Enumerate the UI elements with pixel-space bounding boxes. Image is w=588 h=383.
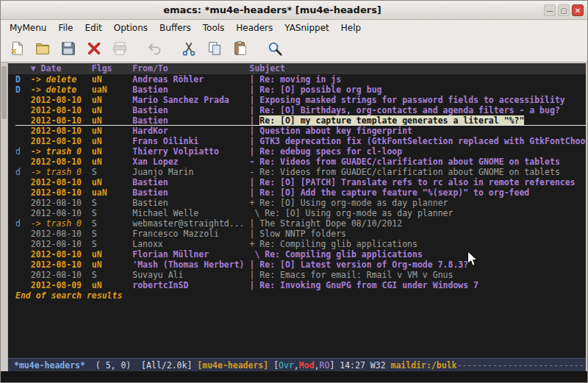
save-buffer-icon[interactable] — [57, 38, 79, 60]
modeline-segment: ( 5, 0) — [85, 360, 141, 371]
search-icon[interactable] — [263, 38, 286, 60]
mark-char: d — [15, 146, 31, 157]
flags-cell: uN — [92, 249, 132, 259]
subject-text: Re: [O] Using org-mode as day planner — [259, 198, 448, 208]
maximize-button[interactable]: ▢ — [558, 4, 570, 16]
window-controls: —▢✕ — [544, 4, 584, 16]
subject-cell: | Re: [O] my capture template generates … — [249, 115, 586, 125]
message-row[interactable]: 2012-08-10uNHardKor| Question about key … — [15, 126, 586, 136]
date-cell: 2012-08-10 — [31, 229, 92, 239]
thread-separator: | — [249, 74, 259, 85]
thread-separator: | — [249, 105, 259, 115]
menu-tools[interactable]: Tools — [197, 21, 231, 35]
flags-cell: uN — [92, 280, 132, 290]
new-file-icon[interactable] — [5, 38, 28, 60]
message-row[interactable]: d -> trash 0uNThierry Volpiatto| Re: ede… — [15, 146, 586, 157]
paste-icon[interactable] — [229, 38, 251, 60]
thread-separator: | — [249, 126, 259, 136]
subject-text: The Straight Dope 08/10/2012 — [259, 218, 402, 229]
mark-char — [15, 229, 31, 239]
message-row[interactable]: D -> deleteuNAndreas Röhler| Re: moving … — [15, 74, 586, 85]
modeline-segment: [mu4e-headers] — [197, 360, 273, 371]
col-header-subject[interactable]: Subject — [249, 63, 586, 74]
print-icon — [108, 38, 131, 60]
date-cell: 2012-08-10 — [31, 187, 92, 198]
thread-separator: - — [249, 157, 259, 167]
cut-icon[interactable] — [177, 38, 200, 60]
menu-edit[interactable]: Edit — [79, 21, 108, 35]
title-bar[interactable]: emacs: *mu4e-headers* [mu4e-headers] —▢✕ — [1, 1, 587, 20]
from-cell: Andreas Röhler — [132, 74, 249, 85]
thread-separator: | — [249, 218, 259, 229]
modeline-segment: 14:27 — [340, 360, 370, 371]
copy-icon[interactable] — [203, 38, 226, 60]
thread-separator: | — [249, 270, 259, 280]
col-header-flags[interactable]: Flgs — [92, 63, 132, 74]
mark-char: D — [15, 74, 31, 85]
message-row[interactable]: 2012-08-09uNrobertcInSD| Re: Invoking Gn… — [15, 280, 586, 290]
toolbar-group — [263, 38, 286, 60]
minimize-button[interactable]: — — [544, 4, 556, 16]
message-row[interactable]: 2012-08-10uNBastien| Re: [O] my capture … — [15, 115, 586, 126]
message-row[interactable]: 2012-08-10uN'Mash (Thomas Herbert)| Re: … — [15, 259, 586, 270]
message-row[interactable]: d -> trash 0SJuanjo Marin- Re: Videos fr… — [15, 167, 586, 177]
message-row[interactable]: 2012-08-10uNMario Sanchez Prada| Exposin… — [15, 95, 586, 105]
mark-char — [15, 198, 31, 208]
message-row[interactable]: d -> trash 0Swebmaster@straightd...| The… — [15, 218, 586, 229]
subject-text: Slow NNTP folders — [259, 229, 346, 239]
mark-char — [15, 259, 31, 270]
message-row[interactable]: 2012-08-10SMichael Welle \ Re: [O] Using… — [15, 208, 586, 218]
subject-text: Re: [O] [PATCH] Translate refs to rc als… — [259, 177, 575, 187]
message-row[interactable]: 2012-08-10uNXan Lopez- Re: Videos from G… — [15, 157, 586, 167]
menu-yasnippet[interactable]: YASnippet — [279, 21, 335, 35]
from-cell: Mario Sanchez Prada — [132, 95, 249, 105]
scrollbar[interactable] — [1, 62, 8, 371]
subject-cell: | Slow NNTP folders — [249, 229, 586, 239]
menu-headers[interactable]: Headers — [230, 21, 279, 35]
subject-cell: | Re: [O] [PATCH] Translate refs to rc a… — [249, 177, 586, 187]
kill-buffer-icon[interactable] — [82, 38, 105, 60]
mark-char — [15, 249, 31, 259]
modeline-segment: ] — [329, 360, 340, 371]
message-row[interactable]: 2012-08-10SLanoxx+ Re: Compiling glib ap… — [15, 239, 586, 249]
from-cell: Michael Welle — [132, 208, 249, 218]
menu-file[interactable]: File — [52, 21, 79, 35]
flags-cell: uN — [92, 126, 132, 136]
scrollbar-thumb[interactable] — [1, 66, 7, 119]
message-row[interactable]: 2012-08-10uNFrans Oilinki| GTK3 deprecat… — [15, 136, 586, 146]
menu-options[interactable]: Options — [108, 21, 154, 35]
date-cell: -> trash 0 — [31, 146, 92, 157]
thread-separator: + — [249, 198, 259, 208]
col-header-date[interactable]: ▼ Date — [31, 63, 92, 74]
message-row[interactable]: D -> deleteuaNBastien| Re: [O] possible … — [15, 85, 586, 95]
menu-help[interactable]: Help — [335, 21, 367, 35]
message-row[interactable]: 2012-08-10SBastien+ Re: [O] Using org-mo… — [15, 198, 586, 208]
message-row[interactable]: 2012-08-10SFrancesco Mazzoli| Slow NNTP … — [15, 229, 586, 239]
modeline-segment: , — [315, 360, 320, 371]
mark-char — [15, 157, 31, 167]
message-row[interactable]: 2012-08-10SSuvayu Ali| Re: Emacs for ema… — [15, 270, 586, 280]
menu-mymenu[interactable]: MyMenu — [4, 21, 52, 35]
from-cell: robertcInSD — [132, 280, 249, 290]
open-file-icon[interactable] — [31, 38, 54, 60]
from-cell: Bastien — [132, 85, 249, 95]
col-header-from[interactable]: From/To — [132, 63, 249, 74]
toolbar-group — [177, 38, 251, 60]
date-cell: 2012-08-10 — [31, 136, 92, 146]
message-row[interactable]: 2012-08-10uNBastien| Re: [O] [PATCH] Tra… — [15, 177, 586, 187]
close-button[interactable]: ✕ — [572, 4, 584, 16]
from-cell: Xan Lopez — [132, 157, 249, 167]
subject-text: Re: moving in js — [259, 74, 341, 85]
message-row[interactable]: 2012-08-10uNBastien| Re: [O] Birthdays, … — [15, 105, 586, 115]
date-cell: 2012-08-09 — [31, 280, 92, 290]
menu-buffers[interactable]: Buffers — [154, 21, 197, 35]
subject-cell: | Exposing masked strings for password f… — [249, 95, 586, 105]
message-row[interactable]: 2012-08-10uaNBastien| Re: [O] Add the ca… — [15, 187, 586, 198]
date-cell: 2012-08-10 — [31, 270, 92, 280]
flags-cell: S — [92, 270, 132, 280]
message-row[interactable]: 2012-08-10uNFlorian Müllner \ Re: Compil… — [15, 249, 586, 259]
thread-separator: | — [249, 146, 259, 157]
date-cell: -> trash 0 — [31, 218, 92, 229]
date-cell: 2012-08-10 — [31, 126, 92, 136]
echo-area[interactable] — [1, 371, 587, 382]
